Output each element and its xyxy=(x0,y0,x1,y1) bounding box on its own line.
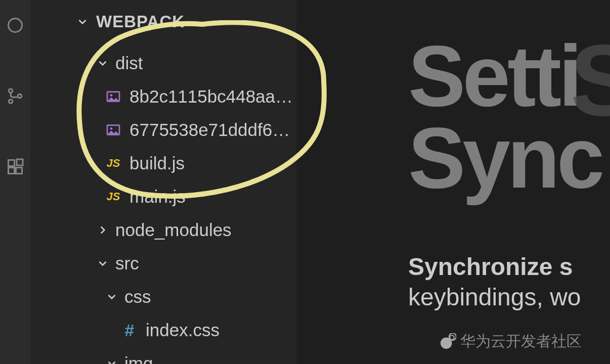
chevron-down-icon xyxy=(105,290,118,303)
weibo-icon xyxy=(439,333,456,350)
activity-circle-icon[interactable] xyxy=(5,15,25,35)
explorer-section-header[interactable]: WEBPACK xyxy=(30,12,296,31)
svg-point-0 xyxy=(9,19,22,32)
editor-area: Setti Sync S Synchronize s keybindings, … xyxy=(297,0,610,364)
folder-css[interactable]: css xyxy=(30,280,296,313)
folder-label: node_modules xyxy=(115,220,232,240)
desc-line-1: Synchronize s xyxy=(408,253,573,280)
chevron-down-icon xyxy=(105,357,118,364)
svg-rect-5 xyxy=(9,168,15,174)
file-label: build.js xyxy=(129,153,185,173)
file-image-1[interactable]: 8b2c1115bc448aa84… xyxy=(30,80,296,113)
watermark-text: 华为云开发者社区 xyxy=(460,331,582,352)
js-file-icon: JS xyxy=(105,189,121,205)
file-image-2[interactable]: 6775538e71dddf662… xyxy=(30,113,296,147)
watermark: 华为云开发者社区 xyxy=(439,331,582,352)
file-label: 6775538e71dddf662… xyxy=(129,120,296,140)
css-file-icon: # xyxy=(121,322,138,338)
svg-point-2 xyxy=(9,100,13,104)
folder-node-modules[interactable]: node_modules xyxy=(30,213,296,247)
file-main-js[interactable]: JS main.js xyxy=(30,180,296,213)
explorer-title: WEBPACK xyxy=(96,12,185,31)
folder-label: img xyxy=(124,353,153,364)
file-build-js[interactable]: JS build.js xyxy=(30,147,296,180)
js-file-icon: JS xyxy=(105,155,121,171)
extensions-icon[interactable] xyxy=(5,157,25,177)
folder-label: src xyxy=(115,253,139,274)
chevron-down-icon xyxy=(96,257,109,270)
extension-heading: Setti Sync S xyxy=(408,35,610,199)
folder-label: css xyxy=(124,287,151,307)
overlay-letter: S xyxy=(570,32,610,128)
chevron-right-icon xyxy=(96,223,109,237)
svg-point-11 xyxy=(110,127,113,130)
svg-rect-4 xyxy=(9,160,15,166)
file-tree: dist 8b2c1115bc448aa84… 6775538e71dddf66… xyxy=(30,47,296,364)
svg-point-9 xyxy=(110,94,113,97)
svg-point-3 xyxy=(18,94,22,98)
folder-img[interactable]: img xyxy=(30,347,296,364)
file-label: 8b2c1115bc448aa84… xyxy=(129,86,296,107)
file-index-css[interactable]: # index.css xyxy=(30,313,296,347)
image-file-icon xyxy=(105,88,121,105)
svg-point-1 xyxy=(9,89,13,93)
chevron-down-icon xyxy=(76,15,89,28)
chevron-down-icon xyxy=(96,57,109,70)
folder-label: dist xyxy=(115,53,143,73)
source-control-icon[interactable] xyxy=(5,86,25,106)
folder-src[interactable]: src xyxy=(30,247,296,280)
desc-line-2: keybindings, wo xyxy=(408,284,581,310)
extension-description: Synchronize s keybindings, wo xyxy=(408,252,610,312)
svg-rect-7 xyxy=(17,159,23,165)
svg-rect-6 xyxy=(16,168,22,174)
folder-dist[interactable]: dist xyxy=(30,47,296,80)
image-file-icon xyxy=(105,122,121,138)
activity-bar xyxy=(0,0,30,364)
file-label: main.js xyxy=(129,187,186,207)
explorer-sidebar: WEBPACK dist 8b2c1115bc448aa84… 6775538e… xyxy=(30,0,297,364)
file-label: index.css xyxy=(146,320,220,340)
